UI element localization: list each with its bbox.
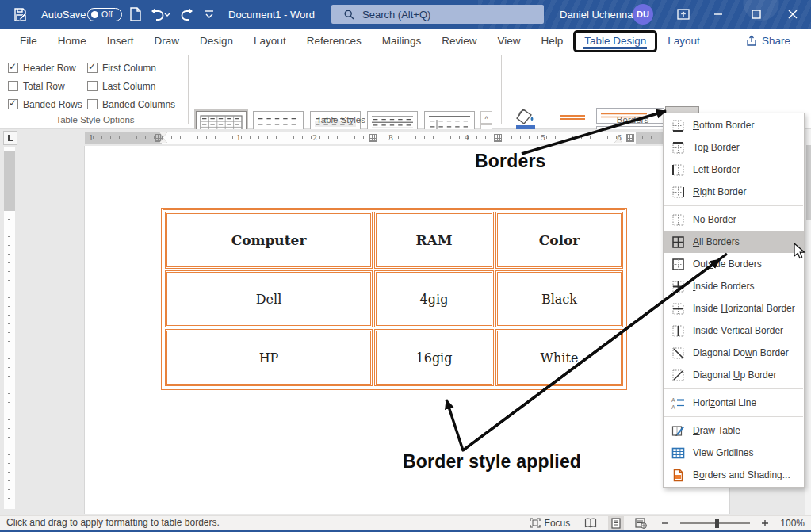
- table-cell[interactable]: 16gig: [374, 329, 494, 386]
- group-label-table-style-options: Table Style Options: [32, 115, 159, 124]
- print-layout-button[interactable]: [608, 516, 624, 530]
- search-input[interactable]: Search (Alt+Q): [331, 5, 544, 24]
- redo-button[interactable]: [179, 0, 195, 29]
- menu-item-top-border[interactable]: Top Border: [664, 136, 804, 159]
- tab-review[interactable]: Review: [431, 29, 487, 52]
- tab-insert[interactable]: Insert: [97, 29, 144, 52]
- menu-item-inside-borders[interactable]: Inside Borders: [664, 275, 804, 297]
- checkbox-banded-rows[interactable]: ✓Banded Rows: [8, 99, 87, 110]
- tab-table-design[interactable]: Table Design: [573, 30, 657, 52]
- ruler-number: 4: [465, 133, 469, 142]
- view-gridlines-icon: [671, 446, 685, 460]
- menu-item-left-border[interactable]: Left Border: [664, 159, 804, 181]
- diagonal-down-border-icon: [671, 346, 685, 360]
- table-row: Computer RAM Color: [165, 212, 623, 269]
- ruler-table-column-marker[interactable]: [495, 135, 501, 141]
- status-bar: Click and drag to apply formatting to ta…: [0, 515, 811, 530]
- border-all-icon: [671, 235, 685, 249]
- autosave-toggle[interactable]: Off: [87, 0, 122, 29]
- menu-item-horizontal-line[interactable]: AA Horizontal Line: [664, 392, 804, 414]
- zoom-level[interactable]: 100%: [780, 518, 805, 529]
- border-outside-icon: [671, 258, 685, 271]
- checkbox-header-row[interactable]: ✓Header Row: [8, 63, 87, 74]
- table-cell[interactable]: Black: [495, 270, 623, 327]
- table-cell[interactable]: Computer: [165, 212, 373, 269]
- table-cell[interactable]: HP: [165, 329, 373, 386]
- tab-file[interactable]: File: [10, 29, 48, 52]
- right-indent-marker[interactable]: [614, 138, 622, 143]
- menu-item-inside-vertical-border[interactable]: Inside Vertical Border: [664, 320, 804, 342]
- menu-item-borders-and-shading[interactable]: Borders and Shading...: [664, 464, 804, 486]
- menu-item-outside-borders[interactable]: Outside Borders: [664, 253, 804, 275]
- tab-table-layout[interactable]: Layout: [657, 29, 710, 52]
- tab-help[interactable]: Help: [531, 29, 574, 52]
- ribbon-display-options-icon[interactable]: [668, 0, 699, 29]
- tab-references[interactable]: References: [296, 29, 372, 52]
- focus-icon: [530, 518, 541, 528]
- tab-draw[interactable]: Draw: [144, 29, 190, 52]
- tab-mailings[interactable]: Mailings: [372, 29, 432, 52]
- menu-item-diagonal-up-border[interactable]: Diagonal Up Border: [664, 364, 804, 386]
- focus-button[interactable]: Focus: [526, 516, 574, 530]
- first-line-indent-marker[interactable]: [159, 132, 167, 137]
- hanging-indent-marker[interactable]: [159, 138, 167, 143]
- gallery-scroll-up[interactable]: ˄: [480, 111, 492, 124]
- menu-separator: [664, 388, 803, 389]
- tab-view[interactable]: View: [487, 29, 530, 52]
- ribbon-tab-row: File Home Insert Draw Design Layout Refe…: [0, 29, 811, 52]
- web-layout-button[interactable]: [632, 516, 650, 530]
- menu-item-inside-horizontal-border[interactable]: Inside Horizontal Border: [664, 297, 804, 320]
- table-cell[interactable]: White: [495, 329, 623, 386]
- ruler-number: 3: [388, 133, 393, 142]
- vertical-ruler[interactable]: [4, 147, 15, 509]
- checkbox-total-row[interactable]: ✓Total Row: [8, 81, 87, 92]
- table-cell[interactable]: Color: [495, 212, 623, 269]
- table-cell[interactable]: RAM: [374, 212, 494, 269]
- checkbox-first-column[interactable]: ✓First Column: [87, 63, 192, 74]
- group-label-borders: Borders: [593, 115, 672, 124]
- tab-home[interactable]: Home: [48, 29, 97, 52]
- quick-access-more-icon[interactable]: [205, 0, 214, 29]
- close-button[interactable]: [777, 0, 809, 29]
- menu-item-right-border[interactable]: Right Border: [664, 181, 804, 203]
- document-table[interactable]: Computer RAM Color Dell 4gig Black HP 16…: [161, 208, 627, 390]
- ruler-table-column-marker[interactable]: [369, 135, 376, 141]
- zoom-slider-thumb[interactable]: [715, 519, 719, 528]
- tab-layout[interactable]: Layout: [243, 29, 296, 52]
- vertical-scrollbar[interactable]: [805, 129, 811, 515]
- maximize-button[interactable]: [740, 0, 772, 29]
- undo-button[interactable]: [149, 0, 170, 29]
- tab-design[interactable]: Design: [189, 29, 243, 52]
- horizontal-ruler[interactable]: 1 1 2 3 4 5 6: [85, 132, 729, 144]
- zoom-out-button[interactable]: [658, 516, 672, 530]
- checkbox-banded-columns[interactable]: ✓Banded Columns: [87, 99, 192, 110]
- menu-item-view-gridlines[interactable]: View Gridlines: [664, 442, 804, 464]
- table-row: Dell 4gig Black: [165, 270, 623, 327]
- user-name: Daniel Uchenna: [560, 0, 633, 29]
- search-placeholder: Search (Alt+Q): [362, 9, 430, 21]
- scrollbar-thumb[interactable]: [806, 145, 811, 220]
- border-inside-icon: [671, 280, 685, 293]
- border-right-icon: [671, 186, 685, 199]
- menu-item-draw-table[interactable]: Draw Table: [664, 419, 804, 442]
- menu-item-bottom-border[interactable]: Bottom Border: [664, 114, 804, 136]
- share-button[interactable]: Share: [740, 31, 797, 50]
- zoom-in-button[interactable]: [758, 516, 772, 530]
- menu-item-no-border[interactable]: No Border: [664, 209, 804, 231]
- new-document-icon[interactable]: [129, 0, 141, 29]
- menu-item-diagonal-down-border[interactable]: Diagonal Down Border: [664, 342, 804, 364]
- search-icon: [344, 10, 354, 20]
- menu-item-all-borders[interactable]: All Borders: [664, 231, 804, 253]
- avatar[interactable]: DU: [633, 0, 653, 29]
- table-cell[interactable]: Dell: [165, 270, 373, 327]
- minimize-button[interactable]: [702, 0, 734, 29]
- checkbox-last-column[interactable]: ✓Last Column: [87, 81, 192, 92]
- horizontal-line-icon: AA: [671, 396, 685, 410]
- borders-and-shading-icon: [671, 469, 685, 482]
- tab-selector[interactable]: [3, 131, 17, 145]
- table-cell[interactable]: 4gig: [374, 270, 494, 327]
- ruler-table-column-marker[interactable]: [627, 135, 633, 141]
- read-mode-button[interactable]: [581, 516, 600, 530]
- zoom-slider[interactable]: [680, 522, 750, 524]
- menu-separator: [664, 205, 803, 206]
